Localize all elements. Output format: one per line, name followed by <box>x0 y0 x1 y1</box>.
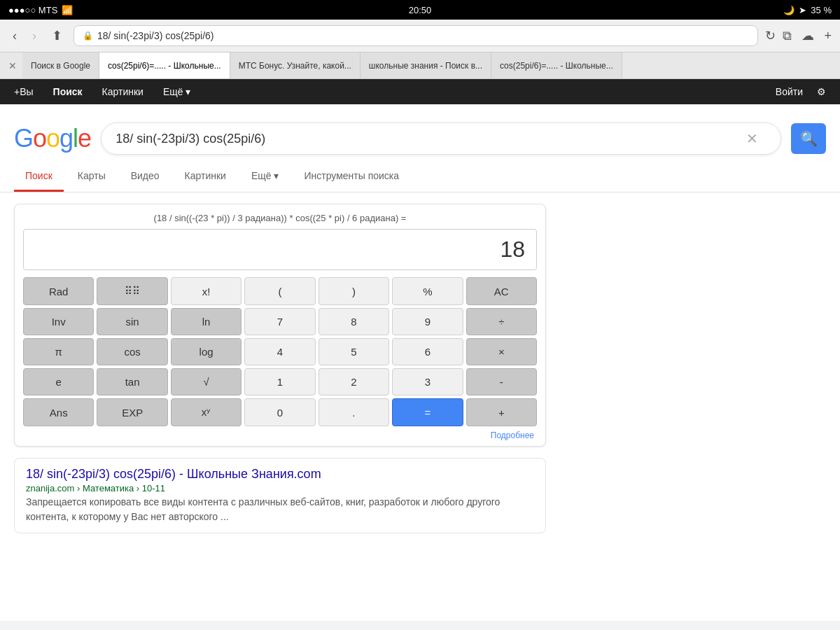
status-time: 20:50 <box>409 5 432 15</box>
calc-btn-8[interactable]: 8 <box>318 308 389 335</box>
search-query: 18/ sin(-23pi/3) cos(25pi/6) <box>115 132 746 146</box>
calc-btn-log[interactable]: log <box>171 338 241 365</box>
tab-znaija[interactable]: школьные знания - Поиск в... <box>360 52 491 78</box>
reload-button[interactable]: ↻ <box>765 28 776 43</box>
calc-btn-3[interactable]: 3 <box>392 368 463 396</box>
browser-right-buttons: ⧉ ☁ + <box>783 28 832 43</box>
status-bar: ●●●○○ MTS 📶 20:50 🌙 ➤ 35 % <box>0 0 840 20</box>
search-icon: 🔍 <box>800 130 818 147</box>
location-icon: ➤ <box>799 5 806 15</box>
calc-more-link[interactable]: Подробнее <box>23 430 537 440</box>
calc-btn-9[interactable]: 9 <box>392 308 463 335</box>
calc-btn-inv[interactable]: Inv <box>23 308 94 335</box>
tab-tools[interactable]: Инструменты поиска <box>293 162 411 192</box>
search-clear-button[interactable]: ✕ <box>746 130 758 147</box>
share-button[interactable]: ⬆ <box>48 27 66 45</box>
result-title[interactable]: 18/ sin(-23pi/3) cos(25pi/6) - Школьные … <box>26 467 534 482</box>
carrier-text: ●●●○○ MTS <box>8 5 57 15</box>
calc-btn-pi[interactable]: π <box>23 338 94 365</box>
calc-btn-ac[interactable]: AC <box>466 277 537 305</box>
url-text: 18/ sin(-23pi/3) cos(25pi/6) <box>97 30 214 41</box>
tab-pictures[interactable]: Картинки <box>174 162 237 192</box>
toolbar-right: Войти ⚙ <box>773 82 829 102</box>
tab-search-google[interactable]: Поиск в Google <box>22 52 99 78</box>
battery-text: 35 % <box>811 5 832 15</box>
calc-btn-divide[interactable]: ÷ <box>466 308 537 335</box>
cloud-button[interactable]: ☁ <box>802 28 814 43</box>
status-right: 🌙 ➤ 35 % <box>783 5 832 15</box>
calc-btn-2[interactable]: 2 <box>318 368 389 396</box>
result-snippet: Запрещается копировать все виды контента… <box>26 495 534 524</box>
url-bar[interactable]: 🔒 18/ sin(-23pi/3) cos(25pi/6) <box>74 25 758 46</box>
calc-buttons: Rad ⠿⠿ x! ( ) % AC Inv sin ln 7 8 9 ÷ π … <box>23 277 537 426</box>
toolbar-more[interactable]: Ещё ▾ <box>160 82 194 102</box>
tabs-button[interactable]: ⧉ <box>783 29 792 43</box>
calc-display: 18 <box>23 229 537 270</box>
browser-chrome: ‹ › ⬆ 🔒 18/ sin(-23pi/3) cos(25pi/6) ↻ ⧉… <box>0 20 840 52</box>
calculator-widget: (18 / sin((-(23 * pi)) / 3 радиана)) * c… <box>14 204 546 447</box>
toolbar-settings-icon[interactable]: ⚙ <box>814 82 829 102</box>
lock-icon: 🔒 <box>83 31 93 41</box>
toolbar-plus-you[interactable]: +Вы <box>11 82 36 102</box>
status-left: ●●●○○ MTS 📶 <box>8 5 73 15</box>
calc-btn-percent[interactable]: % <box>392 277 463 305</box>
toolbar-search[interactable]: Поиск <box>50 82 85 102</box>
tab-cos-2[interactable]: cos(25pi/6)=..... - Школьные... <box>491 52 622 78</box>
calc-btn-cos[interactable]: cos <box>97 338 167 365</box>
wifi-icon: 📶 <box>62 5 73 15</box>
tab-cos-1[interactable]: cos(25pi/6)=..... - Школьные... <box>99 52 230 78</box>
search-result: 18/ sin(-23pi/3) cos(25pi/6) - Школьные … <box>14 458 546 533</box>
new-tab-button[interactable]: + <box>824 29 832 43</box>
calc-btn-rad[interactable]: Rad <box>23 277 94 305</box>
calc-btn-tan[interactable]: tan <box>97 368 167 396</box>
google-logo: Google <box>14 124 91 153</box>
toolbar-images[interactable]: Картинки <box>99 82 146 102</box>
calc-btn-e[interactable]: e <box>23 368 94 396</box>
calc-btn-sqrt[interactable]: √ <box>171 368 241 396</box>
calc-btn-1[interactable]: 1 <box>244 368 315 396</box>
calc-btn-7[interactable]: 7 <box>244 308 315 335</box>
back-button[interactable]: ‹ <box>8 27 21 45</box>
main-content: Google 18/ sin(-23pi/3) cos(25pi/6) ✕ 🔍 … <box>0 104 840 621</box>
calc-expression: (18 / sin((-(23 * pi)) / 3 радиана)) * c… <box>23 213 537 223</box>
google-search-area: Google 18/ sin(-23pi/3) cos(25pi/6) ✕ 🔍 <box>0 115 840 162</box>
calc-btn-6[interactable]: 6 <box>392 338 463 365</box>
calc-btn-ln[interactable]: ln <box>171 308 241 335</box>
search-tabs: Поиск Карты Видео Картинки Ещё Инструмен… <box>0 162 840 192</box>
tab-more[interactable]: Ещё <box>240 162 290 192</box>
result-url: znanija.com › Математика › 10-11 <box>26 483 534 493</box>
calc-btn-equals[interactable]: = <box>392 398 463 426</box>
calc-btn-5[interactable]: 5 <box>318 338 389 365</box>
calc-btn-close-paren[interactable]: ) <box>318 277 389 305</box>
tab-close-button[interactable]: ✕ <box>3 52 22 78</box>
google-toolbar: +Вы Поиск Картинки Ещё ▾ Войти ⚙ <box>0 79 840 104</box>
calc-btn-minus[interactable]: - <box>466 368 537 396</box>
calc-btn-sin[interactable]: sin <box>97 308 167 335</box>
calc-btn-ans[interactable]: Ans <box>23 398 94 426</box>
tab-maps[interactable]: Карты <box>66 162 117 192</box>
calc-btn-exp[interactable]: EXP <box>97 398 167 426</box>
calc-btn-dot[interactable]: . <box>318 398 389 426</box>
tab-mts[interactable]: МТС Бонус. Узнайте, какой... <box>230 52 360 78</box>
tabs-bar: ✕ Поиск в Google cos(25pi/6)=..... - Шко… <box>0 52 840 79</box>
calc-btn-4[interactable]: 4 <box>244 338 315 365</box>
calc-btn-open-paren[interactable]: ( <box>244 277 315 305</box>
tab-video[interactable]: Видео <box>120 162 171 192</box>
calc-btn-plus[interactable]: + <box>466 398 537 426</box>
calc-btn-multiply[interactable]: × <box>466 338 537 365</box>
search-submit-button[interactable]: 🔍 <box>791 123 826 154</box>
tab-search[interactable]: Поиск <box>14 162 64 192</box>
calc-btn-0[interactable]: 0 <box>244 398 315 426</box>
toolbar-login[interactable]: Войти <box>773 82 806 102</box>
calc-btn-xy[interactable]: xʸ <box>171 398 241 426</box>
calc-btn-factorial[interactable]: x! <box>171 277 241 305</box>
moon-icon: 🌙 <box>783 5 794 15</box>
calc-btn-grid[interactable]: ⠿⠿ <box>97 277 167 305</box>
search-box[interactable]: 18/ sin(-23pi/3) cos(25pi/6) ✕ <box>101 122 781 155</box>
forward-button[interactable]: › <box>28 27 41 45</box>
